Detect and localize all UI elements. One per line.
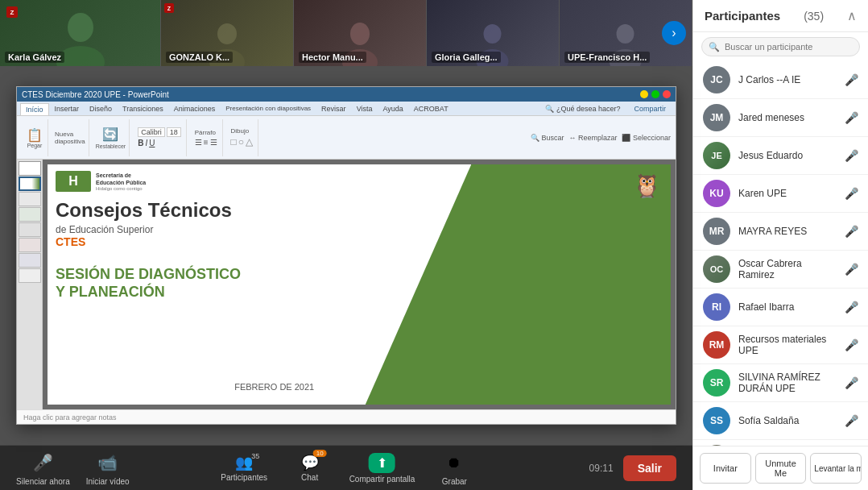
participant-item: SS Sofía Saldaña 🎤: [693, 402, 868, 440]
upe-name: UPE-Francisco H...: [564, 52, 650, 63]
search-box: 🔍: [701, 37, 860, 56]
participant-name: J Carlos --A IE: [738, 74, 837, 85]
slide-thumb-8[interactable]: [19, 268, 41, 283]
participant-mute-icon[interactable]: 🎤: [845, 73, 858, 86]
participant-count: (35): [804, 10, 824, 23]
participant-avatar: RI: [703, 293, 730, 321]
participant-name: MAYRA REYES: [738, 226, 837, 237]
notes-text: Haga clic para agregar notas: [23, 413, 117, 421]
search-input[interactable]: [701, 37, 860, 56]
participant-name: SILVINA RAMÍREZ DURÁN UPE: [738, 372, 837, 394]
slide-thumb-6[interactable]: [19, 238, 41, 252]
participant-mute-icon[interactable]: 🎤: [845, 338, 858, 351]
participant-mute-icon[interactable]: 🎤: [845, 111, 858, 124]
org-name-1: Secretaría de: [96, 172, 146, 179]
unmute-me-button[interactable]: Unmute Me: [755, 453, 807, 484]
participant-item: KU Karen UPE 🎤: [693, 175, 868, 213]
slide-thumb-2[interactable]: [19, 176, 41, 191]
ribbon-tab-revisar[interactable]: Revisar: [316, 103, 351, 115]
karla-name: Karla Gálvez: [5, 52, 64, 63]
ribbon-tab-inicio[interactable]: Início: [20, 103, 49, 115]
participant-mute-icon[interactable]: 🎤: [845, 225, 858, 238]
ribbon-tab-diseno[interactable]: Diseño: [85, 103, 117, 115]
participant-item: RM Recursos materiales UPE 🎤: [693, 326, 868, 364]
hector-name: Hector Manu...: [299, 52, 366, 63]
meeting-area: Karla Gálvez Z GONZALO K... Z: [0, 0, 692, 490]
chat-button[interactable]: 💬 10 Chat: [290, 454, 330, 482]
next-video-button[interactable]: ›: [662, 21, 686, 45]
slide-title-2: de Educación Superior: [56, 224, 429, 235]
window-controls[interactable]: [640, 90, 671, 98]
participant-avatar: RM: [703, 331, 730, 359]
participant-mute-icon[interactable]: 🎤: [845, 414, 858, 427]
svg-point-8: [617, 24, 634, 44]
ribbon-tab-vista[interactable]: Vista: [352, 103, 378, 115]
salir-button[interactable]: Salir: [623, 455, 676, 481]
participant-name: Karen UPE: [738, 188, 837, 199]
participant-mute-icon[interactable]: 🎤: [845, 376, 858, 389]
gloria-name: Gloria Galleg...: [432, 52, 501, 63]
bottom-bar-right: 09:11 Salir: [589, 455, 676, 481]
close-button[interactable]: [663, 90, 671, 98]
ribbon-tab-acrobat[interactable]: ACROBAT: [409, 103, 453, 115]
participants-button[interactable]: 👥 35 Participantes: [218, 454, 271, 482]
minimize-button[interactable]: [640, 90, 648, 98]
participant-name: Oscar Cabrera Ramirez: [738, 258, 837, 280]
panel-title: Participantes: [705, 9, 780, 23]
slide-thumb-1[interactable]: [19, 161, 41, 176]
slide-thumb-5[interactable]: [19, 222, 41, 237]
participant-mute-icon[interactable]: 🎤: [845, 263, 858, 276]
panel-collapse-icon[interactable]: ∧: [847, 8, 857, 23]
participant-name: Jesus Eduardo: [738, 150, 837, 161]
raise-hand-button[interactable]: Levantar la ma...: [810, 453, 862, 484]
participant-item: MR MAYRA REYES 🎤: [693, 213, 868, 251]
mute-button[interactable]: 🎤 Silenciar ahora: [16, 450, 70, 486]
meeting-bottom-bar: 🎤 Silenciar ahora 📹 Iniciar vídeo 👥 35: [0, 445, 692, 490]
video-label: Iniciar vídeo: [86, 477, 130, 486]
ppt-titlebar: CTES Diciembre 2020 UPE - PowerPoint: [17, 87, 676, 102]
ribbon-tab-animaciones[interactable]: Animaciones: [169, 103, 221, 115]
ribbon-search[interactable]: 🔍 ¿Qué desea hacer?: [539, 103, 626, 115]
participant-avatar: KU: [703, 180, 730, 207]
bottom-bar-left: 🎤 Silenciar ahora 📹 Iniciar vídeo: [16, 450, 130, 486]
participants-count-badge: 35: [251, 452, 259, 460]
slide-canvas: H Secretaría de Educación Pública Hidalg…: [48, 164, 671, 405]
participant-avatar: JE: [703, 142, 730, 169]
participant-mute-icon[interactable]: 🎤: [845, 301, 858, 314]
session-title-2: Y PLANEACIÓN: [56, 284, 429, 301]
slide-title-1: Consejos Técnicos: [56, 200, 429, 221]
logo-letter: H: [68, 174, 78, 189]
svg-point-0: [68, 13, 93, 42]
svg-point-2: [217, 23, 237, 44]
participant-item: JE Jesus Eduardo 🎤: [693, 137, 868, 175]
svg-point-4: [350, 23, 370, 45]
svg-point-6: [484, 24, 502, 44]
invite-button[interactable]: Invitar: [700, 453, 751, 484]
slide-thumb-4[interactable]: [19, 207, 41, 222]
ribbon-tab-transiciones[interactable]: Transiciones: [118, 103, 168, 115]
participant-mute-icon[interactable]: 🎤: [845, 149, 858, 162]
slide-thumb-7[interactable]: [19, 253, 41, 268]
share-screen-button[interactable]: ⬆ Compartir pantalla: [349, 453, 415, 484]
participant-avatar: SR: [703, 369, 730, 397]
ribbon-tab-presentacion[interactable]: Presentación con diapositivas: [221, 103, 316, 115]
video-tile-hector: Hector Manu...: [294, 0, 427, 66]
participants-list: JC J Carlos --A IE 🎤 JM Jared meneses 🎤 …: [693, 61, 868, 446]
org-name-2: Educación Pública: [96, 179, 146, 186]
mute-label: Silenciar ahora: [16, 477, 70, 486]
ribbon-share-btn[interactable]: Compartir: [627, 103, 672, 115]
participant-avatar: SS: [703, 407, 730, 434]
participant-item: SI Susana ibarra 🎤: [693, 440, 868, 446]
ribbon-tab-ayuda[interactable]: Ayuda: [378, 103, 407, 115]
maximize-button[interactable]: [651, 90, 659, 98]
participant-name: Recursos materiales UPE: [738, 334, 837, 356]
participants-panel: Participantes (35) ∧ 🔍 JC J Carlos --A I…: [692, 0, 868, 490]
participant-name: Rafael Ibarra: [738, 301, 837, 313]
participant-mute-icon[interactable]: 🎤: [845, 187, 858, 200]
record-button[interactable]: ⏺ Grabar: [434, 450, 474, 486]
ribbon-tab-insertar[interactable]: Insertar: [50, 103, 85, 115]
video-tile-gloria: Gloria Galleg...: [427, 0, 560, 66]
participant-item: JM Jared meneses 🎤: [693, 99, 868, 137]
video-button[interactable]: 📹 Iniciar vídeo: [86, 450, 130, 486]
slide-thumb-3[interactable]: [19, 192, 41, 206]
